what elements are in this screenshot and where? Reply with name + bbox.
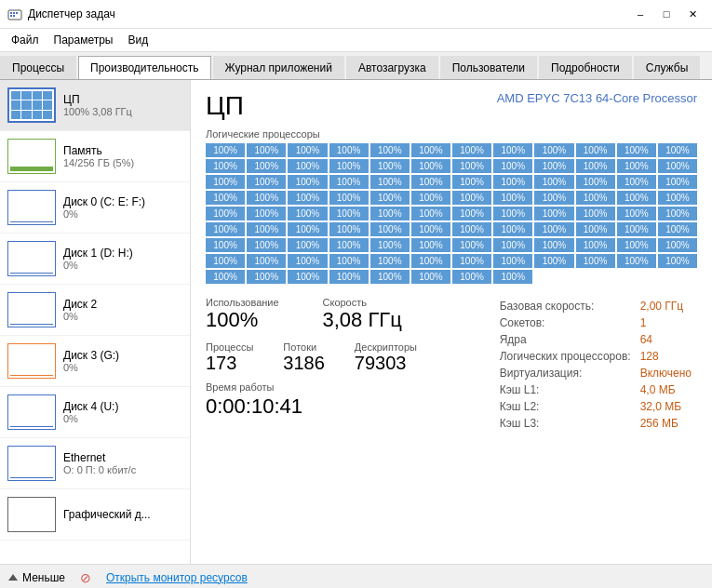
cpu-cell: 100% xyxy=(576,222,615,236)
descriptors-label: Дескрипторы xyxy=(355,341,417,353)
info-label: Сокетов: xyxy=(496,315,635,330)
sidebar-item-gpu[interactable]: Графический д... xyxy=(0,489,190,541)
grid-label: Логические процессоры xyxy=(206,128,697,140)
info-value: 32,0 МБ xyxy=(637,399,695,414)
cpu-cell: 100% xyxy=(411,222,450,236)
info-value: 128 xyxy=(637,349,695,364)
cpu-cell: 100% xyxy=(206,222,245,236)
sidebar-item-ethernet[interactable]: Ethernet О: 0 П: 0 кбит/с xyxy=(0,438,190,489)
maximize-button[interactable]: □ xyxy=(654,6,678,22)
usage-label: Использование xyxy=(206,297,301,308)
info-value: 1 xyxy=(637,315,695,330)
cpu-cell: 100% xyxy=(247,207,286,220)
cpu-cell: 100% xyxy=(452,207,491,220)
close-button[interactable]: ✕ xyxy=(680,6,705,22)
usage-speed-row: Использование 100% Скорость 3,08 ГГц xyxy=(206,297,417,332)
info-label: Ядра xyxy=(496,332,635,347)
cpu-cell: 100% xyxy=(329,222,369,236)
cpu-cell: 100% xyxy=(493,254,532,268)
tab-details[interactable]: Подробности xyxy=(539,56,632,79)
cpu-cell: 100% xyxy=(206,175,245,189)
sidebar-item-disk2[interactable]: Диск 2 0% xyxy=(0,285,190,336)
menu-file[interactable]: Файл xyxy=(4,31,47,49)
disk2-info: Диск 2 0% xyxy=(63,298,182,322)
tab-app-history[interactable]: Журнал приложений xyxy=(213,56,344,79)
cpu-cell: 100% xyxy=(658,222,697,236)
cpu-cell: 100% xyxy=(452,159,491,173)
tab-users[interactable]: Пользователи xyxy=(440,56,537,79)
cpu-cell: 100% xyxy=(288,254,327,268)
disk0-info: Диск 0 (C: E: F:) 0% xyxy=(63,195,182,220)
disk3-info: Диск 3 (G:) 0% xyxy=(63,349,182,373)
tab-performance[interactable]: Производительность xyxy=(78,56,210,79)
svg-rect-5 xyxy=(13,15,15,17)
sidebar-item-disk4[interactable]: Диск 4 (U:) 0% xyxy=(0,387,190,438)
menu-view[interactable]: Вид xyxy=(120,31,155,49)
speed-group: Скорость 3,08 ГГц xyxy=(323,297,418,332)
sidebar-item-disk1[interactable]: Диск 1 (D: H:) 0% xyxy=(0,234,190,285)
cpu-cell: 100% xyxy=(658,191,697,205)
cpu-cell: 100% xyxy=(329,238,369,252)
cpu-cell: 100% xyxy=(493,238,532,252)
sidebar-item-cpu[interactable]: ЦП 100% 3,08 ГГц xyxy=(0,80,190,131)
info-label: Кэш L3: xyxy=(496,416,635,431)
cpu-cell: 100% xyxy=(329,191,369,205)
disk2-thumbnail xyxy=(7,292,56,327)
disk0-thumbnail xyxy=(7,190,56,225)
cpu-cell: 100% xyxy=(288,191,327,205)
cpu-cell: 100% xyxy=(617,207,656,220)
tab-services[interactable]: Службы xyxy=(634,56,700,79)
rp-header: ЦП AMD EPYC 7C13 64-Core Processor xyxy=(206,91,697,121)
cpu-cell: 100% xyxy=(370,238,410,252)
sidebar-item-disk0[interactable]: Диск 0 (C: E: F:) 0% xyxy=(0,182,190,234)
cpu-grid: 100%100%100%100%100%100%100%100%100%100%… xyxy=(206,143,697,284)
tab-processes[interactable]: Процессы xyxy=(0,56,76,79)
processes-value: 173 xyxy=(206,353,253,374)
cpu-cell: 100% xyxy=(452,270,491,284)
cpu-cell: 100% xyxy=(288,207,327,220)
info-row: Базовая скорость:2,00 ГГц xyxy=(496,299,695,314)
cpu-cell: 100% xyxy=(534,254,573,268)
disk2-name: Диск 2 xyxy=(63,298,182,311)
cpu-cell: 100% xyxy=(617,222,656,236)
threads-group: Потоки 3186 xyxy=(283,341,325,374)
disk4-detail: 0% xyxy=(63,413,182,424)
cpu-detail: 100% 3,08 ГГц xyxy=(63,106,182,117)
cpu-cell: 100% xyxy=(247,222,286,236)
cpu-cell: 100% xyxy=(617,254,656,268)
disk0-detail: 0% xyxy=(63,208,182,220)
cpu-cell: 100% xyxy=(452,191,491,205)
cpu-cell: 100% xyxy=(576,175,615,189)
cpu-cell: 100% xyxy=(329,207,369,220)
cpu-cell: 100% xyxy=(288,159,327,173)
disk1-info: Диск 1 (D: H:) 0% xyxy=(63,247,182,271)
sidebar-item-memory[interactable]: Память 14/256 ГБ (5%) xyxy=(0,131,190,182)
cpu-cell: 100% xyxy=(534,238,573,252)
ethernet-thumbnail xyxy=(7,446,56,481)
cpu-cell: 100% xyxy=(452,222,491,236)
minimize-button[interactable]: – xyxy=(628,6,652,22)
cpu-cell: 100% xyxy=(206,159,245,173)
cpu-name: ЦП xyxy=(63,93,182,106)
cpu-cell: 100% xyxy=(370,143,410,157)
cpu-cell: 100% xyxy=(576,143,615,157)
bottom-bar: Меньше ⊘ Открыть монитор ресурсов xyxy=(0,564,712,588)
menu-settings[interactable]: Параметры xyxy=(47,31,121,49)
cpu-cell: 100% xyxy=(493,222,532,236)
cpu-cell: 100% xyxy=(452,143,491,157)
cpu-cell: 100% xyxy=(247,238,286,252)
cpu-cell: 100% xyxy=(534,143,573,157)
tab-startup[interactable]: Автозагрузка xyxy=(346,56,438,79)
main-content: ЦП 100% 3,08 ГГц Память 14/256 ГБ (5%) Д… xyxy=(0,80,712,564)
info-table: Базовая скорость:2,00 ГГцСокетов:1Ядра64… xyxy=(494,297,697,433)
cpu-cell: 100% xyxy=(288,238,327,252)
less-button[interactable]: Меньше xyxy=(7,571,65,584)
processes-group: Процессы 173 xyxy=(206,341,253,374)
gpu-name: Графический д... xyxy=(63,508,182,521)
sidebar-item-disk3[interactable]: Диск 3 (G:) 0% xyxy=(0,336,190,387)
memory-name: Память xyxy=(63,144,182,157)
open-monitor-link[interactable]: Открыть монитор ресурсов xyxy=(106,571,248,584)
right-panel: ЦП AMD EPYC 7C13 64-Core Processor Логич… xyxy=(191,80,712,564)
info-label: Виртуализация: xyxy=(496,366,635,381)
cpu-cell: 100% xyxy=(658,238,697,252)
